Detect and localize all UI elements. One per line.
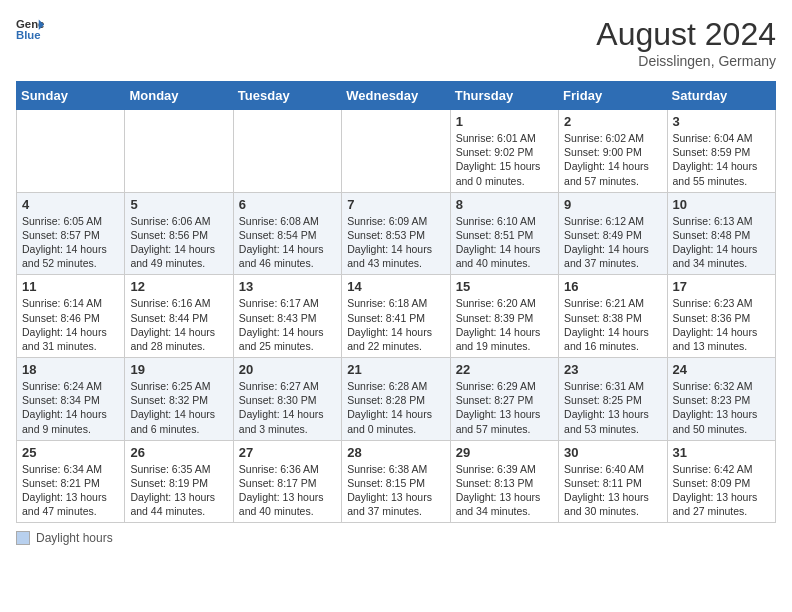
calendar-cell: 23Sunrise: 6:31 AM Sunset: 8:25 PM Dayli… xyxy=(559,358,667,441)
day-number: 6 xyxy=(239,197,336,212)
legend-box xyxy=(16,531,30,545)
calendar-header-row: SundayMondayTuesdayWednesdayThursdayFrid… xyxy=(17,82,776,110)
calendar-cell: 14Sunrise: 6:18 AM Sunset: 8:41 PM Dayli… xyxy=(342,275,450,358)
day-info: Sunrise: 6:18 AM Sunset: 8:41 PM Dayligh… xyxy=(347,296,444,353)
calendar-cell: 17Sunrise: 6:23 AM Sunset: 8:36 PM Dayli… xyxy=(667,275,775,358)
day-number: 8 xyxy=(456,197,553,212)
day-number: 3 xyxy=(673,114,770,129)
day-number: 12 xyxy=(130,279,227,294)
col-header-friday: Friday xyxy=(559,82,667,110)
day-number: 19 xyxy=(130,362,227,377)
day-info: Sunrise: 6:14 AM Sunset: 8:46 PM Dayligh… xyxy=(22,296,119,353)
day-info: Sunrise: 6:28 AM Sunset: 8:28 PM Dayligh… xyxy=(347,379,444,436)
calendar-cell: 16Sunrise: 6:21 AM Sunset: 8:38 PM Dayli… xyxy=(559,275,667,358)
calendar-cell xyxy=(342,110,450,193)
legend-label: Daylight hours xyxy=(36,531,113,545)
day-number: 26 xyxy=(130,445,227,460)
day-info: Sunrise: 6:36 AM Sunset: 8:17 PM Dayligh… xyxy=(239,462,336,519)
calendar-week-row: 1Sunrise: 6:01 AM Sunset: 9:02 PM Daylig… xyxy=(17,110,776,193)
calendar-cell: 25Sunrise: 6:34 AM Sunset: 8:21 PM Dayli… xyxy=(17,440,125,523)
calendar-week-row: 25Sunrise: 6:34 AM Sunset: 8:21 PM Dayli… xyxy=(17,440,776,523)
day-number: 10 xyxy=(673,197,770,212)
calendar-cell xyxy=(17,110,125,193)
day-number: 23 xyxy=(564,362,661,377)
day-info: Sunrise: 6:21 AM Sunset: 8:38 PM Dayligh… xyxy=(564,296,661,353)
calendar-cell: 24Sunrise: 6:32 AM Sunset: 8:23 PM Dayli… xyxy=(667,358,775,441)
col-header-wednesday: Wednesday xyxy=(342,82,450,110)
day-info: Sunrise: 6:23 AM Sunset: 8:36 PM Dayligh… xyxy=(673,296,770,353)
day-info: Sunrise: 6:31 AM Sunset: 8:25 PM Dayligh… xyxy=(564,379,661,436)
calendar-cell: 29Sunrise: 6:39 AM Sunset: 8:13 PM Dayli… xyxy=(450,440,558,523)
day-number: 16 xyxy=(564,279,661,294)
day-info: Sunrise: 6:25 AM Sunset: 8:32 PM Dayligh… xyxy=(130,379,227,436)
day-info: Sunrise: 6:32 AM Sunset: 8:23 PM Dayligh… xyxy=(673,379,770,436)
day-number: 17 xyxy=(673,279,770,294)
location-subtitle: Deisslingen, Germany xyxy=(596,53,776,69)
title-area: August 2024 Deisslingen, Germany xyxy=(596,16,776,69)
day-number: 13 xyxy=(239,279,336,294)
day-info: Sunrise: 6:06 AM Sunset: 8:56 PM Dayligh… xyxy=(130,214,227,271)
day-number: 5 xyxy=(130,197,227,212)
calendar-cell: 6Sunrise: 6:08 AM Sunset: 8:54 PM Daylig… xyxy=(233,192,341,275)
calendar-cell: 19Sunrise: 6:25 AM Sunset: 8:32 PM Dayli… xyxy=(125,358,233,441)
day-number: 20 xyxy=(239,362,336,377)
calendar-cell: 1Sunrise: 6:01 AM Sunset: 9:02 PM Daylig… xyxy=(450,110,558,193)
calendar-cell: 12Sunrise: 6:16 AM Sunset: 8:44 PM Dayli… xyxy=(125,275,233,358)
day-number: 28 xyxy=(347,445,444,460)
col-header-monday: Monday xyxy=(125,82,233,110)
day-info: Sunrise: 6:42 AM Sunset: 8:09 PM Dayligh… xyxy=(673,462,770,519)
day-number: 15 xyxy=(456,279,553,294)
day-info: Sunrise: 6:20 AM Sunset: 8:39 PM Dayligh… xyxy=(456,296,553,353)
calendar-cell: 13Sunrise: 6:17 AM Sunset: 8:43 PM Dayli… xyxy=(233,275,341,358)
calendar-week-row: 4Sunrise: 6:05 AM Sunset: 8:57 PM Daylig… xyxy=(17,192,776,275)
calendar-week-row: 11Sunrise: 6:14 AM Sunset: 8:46 PM Dayli… xyxy=(17,275,776,358)
day-number: 22 xyxy=(456,362,553,377)
day-info: Sunrise: 6:01 AM Sunset: 9:02 PM Dayligh… xyxy=(456,131,553,188)
calendar-cell: 18Sunrise: 6:24 AM Sunset: 8:34 PM Dayli… xyxy=(17,358,125,441)
calendar-cell: 11Sunrise: 6:14 AM Sunset: 8:46 PM Dayli… xyxy=(17,275,125,358)
day-info: Sunrise: 6:16 AM Sunset: 8:44 PM Dayligh… xyxy=(130,296,227,353)
col-header-tuesday: Tuesday xyxy=(233,82,341,110)
day-info: Sunrise: 6:12 AM Sunset: 8:49 PM Dayligh… xyxy=(564,214,661,271)
calendar-cell: 31Sunrise: 6:42 AM Sunset: 8:09 PM Dayli… xyxy=(667,440,775,523)
day-info: Sunrise: 6:29 AM Sunset: 8:27 PM Dayligh… xyxy=(456,379,553,436)
day-number: 29 xyxy=(456,445,553,460)
day-number: 4 xyxy=(22,197,119,212)
calendar-week-row: 18Sunrise: 6:24 AM Sunset: 8:34 PM Dayli… xyxy=(17,358,776,441)
day-info: Sunrise: 6:34 AM Sunset: 8:21 PM Dayligh… xyxy=(22,462,119,519)
day-info: Sunrise: 6:17 AM Sunset: 8:43 PM Dayligh… xyxy=(239,296,336,353)
calendar-cell: 3Sunrise: 6:04 AM Sunset: 8:59 PM Daylig… xyxy=(667,110,775,193)
calendar-cell: 10Sunrise: 6:13 AM Sunset: 8:48 PM Dayli… xyxy=(667,192,775,275)
calendar-cell: 21Sunrise: 6:28 AM Sunset: 8:28 PM Dayli… xyxy=(342,358,450,441)
day-number: 31 xyxy=(673,445,770,460)
day-info: Sunrise: 6:35 AM Sunset: 8:19 PM Dayligh… xyxy=(130,462,227,519)
calendar-cell: 22Sunrise: 6:29 AM Sunset: 8:27 PM Dayli… xyxy=(450,358,558,441)
day-info: Sunrise: 6:39 AM Sunset: 8:13 PM Dayligh… xyxy=(456,462,553,519)
day-number: 21 xyxy=(347,362,444,377)
calendar-cell: 2Sunrise: 6:02 AM Sunset: 9:00 PM Daylig… xyxy=(559,110,667,193)
col-header-thursday: Thursday xyxy=(450,82,558,110)
day-info: Sunrise: 6:02 AM Sunset: 9:00 PM Dayligh… xyxy=(564,131,661,188)
col-header-sunday: Sunday xyxy=(17,82,125,110)
calendar-cell: 30Sunrise: 6:40 AM Sunset: 8:11 PM Dayli… xyxy=(559,440,667,523)
legend: Daylight hours xyxy=(16,531,776,545)
calendar-cell xyxy=(233,110,341,193)
day-info: Sunrise: 6:24 AM Sunset: 8:34 PM Dayligh… xyxy=(22,379,119,436)
day-number: 7 xyxy=(347,197,444,212)
day-number: 25 xyxy=(22,445,119,460)
day-number: 24 xyxy=(673,362,770,377)
calendar-cell: 5Sunrise: 6:06 AM Sunset: 8:56 PM Daylig… xyxy=(125,192,233,275)
day-number: 14 xyxy=(347,279,444,294)
day-info: Sunrise: 6:08 AM Sunset: 8:54 PM Dayligh… xyxy=(239,214,336,271)
calendar-cell: 26Sunrise: 6:35 AM Sunset: 8:19 PM Dayli… xyxy=(125,440,233,523)
page-header: General Blue August 2024 Deisslingen, Ge… xyxy=(16,16,776,69)
calendar-cell: 27Sunrise: 6:36 AM Sunset: 8:17 PM Dayli… xyxy=(233,440,341,523)
day-info: Sunrise: 6:40 AM Sunset: 8:11 PM Dayligh… xyxy=(564,462,661,519)
day-info: Sunrise: 6:38 AM Sunset: 8:15 PM Dayligh… xyxy=(347,462,444,519)
calendar-cell: 9Sunrise: 6:12 AM Sunset: 8:49 PM Daylig… xyxy=(559,192,667,275)
calendar-table: SundayMondayTuesdayWednesdayThursdayFrid… xyxy=(16,81,776,523)
day-info: Sunrise: 6:04 AM Sunset: 8:59 PM Dayligh… xyxy=(673,131,770,188)
svg-text:Blue: Blue xyxy=(16,29,41,41)
day-number: 30 xyxy=(564,445,661,460)
day-number: 2 xyxy=(564,114,661,129)
